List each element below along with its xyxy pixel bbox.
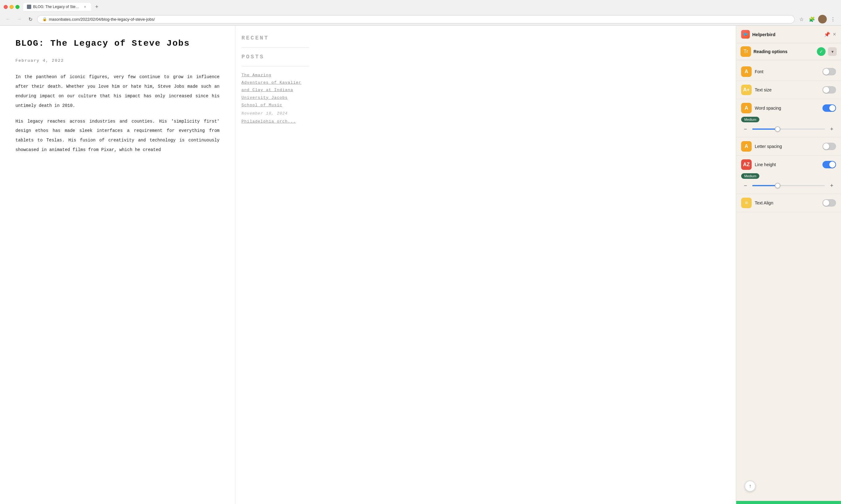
slider-decrease-line-height[interactable]: − (741, 181, 750, 190)
close-window-button[interactable] (4, 5, 8, 9)
slider-thumb-line-height[interactable] (775, 183, 780, 188)
option-row-line-height: AZ Line height (741, 159, 836, 170)
option-item-font: A Font (736, 63, 841, 81)
nav-actions: ☆ 🧩 ⋮ (797, 15, 837, 23)
slider-decrease-word-spacing[interactable]: − (741, 125, 750, 133)
option-icon-word-spacing: A (741, 103, 752, 113)
active-tab[interactable]: BLOG: The Legacy of Steve J... × (23, 3, 91, 11)
slider-fill-line-height (752, 185, 778, 186)
reading-options-label: Reading options (754, 49, 814, 54)
toggle-knob-word-spacing (829, 105, 836, 111)
option-row-letter-spacing: A Letter spacing (741, 141, 836, 151)
option-item-word-spacing: A Word spacing Medium − + (736, 99, 841, 138)
reading-options-row: Tr Reading options ✓ ▾ (736, 43, 841, 60)
blog-title: BLOG: The Legacy of Steve Jobs (15, 38, 220, 49)
toggle-text-align[interactable] (822, 199, 836, 206)
lock-icon: 🔒 (42, 17, 47, 21)
reading-options-chevron[interactable]: ▾ (828, 47, 837, 56)
address-bar[interactable]: 🔒 masonbates.com/2022/02/04/blog-the-leg… (37, 15, 795, 23)
medium-badge-line-height: Medium (741, 173, 759, 179)
toggle-font[interactable] (822, 68, 836, 75)
sidebar-more-link[interactable]: Philadelphia orch... (241, 119, 309, 124)
option-icon-font: A (741, 67, 752, 77)
option-icon-text-size: A+ (741, 85, 752, 95)
traffic-lights (4, 5, 19, 9)
option-label-word-spacing: Word spacing (755, 106, 819, 111)
option-label-text-size: Text size (755, 87, 819, 92)
url-text: masonbates.com/2022/02/04/blog-the-legac… (49, 17, 789, 22)
sidebar-link-4[interactable]: School of Music (241, 103, 309, 108)
recent-label: RECENT (241, 35, 309, 41)
sidebar-link-1[interactable]: Adventures of Kavalier (241, 80, 309, 86)
reading-options-icon: Tr (740, 46, 751, 57)
option-row-font: A Font (741, 67, 836, 77)
slider-row-word-spacing: − + (741, 125, 836, 133)
minimize-window-button[interactable] (10, 5, 14, 9)
option-icon-text-align: ≡ (741, 198, 752, 208)
blog-paragraph-2: His legacy reaches across industries and… (15, 117, 220, 155)
slider-section-line-height: Medium − + (741, 173, 836, 190)
helperbird-panel: 🐦 Helperbird 📌 × Tr Reading options ✓ ▾ … (736, 25, 841, 504)
pin-button[interactable]: 📌 (824, 32, 830, 37)
toggle-knob-text-align (823, 200, 829, 206)
toggle-knob-text-size (823, 87, 829, 93)
option-item-text-align: ≡ Text Align (736, 194, 841, 212)
slider-track-line-height[interactable] (752, 185, 825, 186)
slider-increase-line-height[interactable]: + (827, 181, 836, 190)
option-row-word-spacing: A Word spacing (741, 103, 836, 113)
toggle-text-size[interactable] (822, 86, 836, 94)
slider-track-word-spacing[interactable] (752, 128, 825, 130)
back-button[interactable]: ← (4, 15, 12, 23)
profile-button[interactable] (818, 15, 827, 23)
scroll-to-top-button[interactable]: ↑ (744, 481, 756, 492)
bookmark-button[interactable]: ☆ (797, 15, 806, 23)
medium-badge-word-spacing: Medium (741, 117, 759, 122)
arrow-up-icon: ↑ (749, 483, 751, 489)
option-icon-line-height: AZ (741, 159, 752, 170)
posts-label: POSTS (241, 54, 309, 60)
slider-thumb-word-spacing[interactable] (775, 126, 780, 132)
reading-options-check[interactable]: ✓ (817, 47, 826, 56)
slider-section-word-spacing: Medium − + (741, 116, 836, 133)
panel-header: 🐦 Helperbird 📌 × (736, 25, 841, 43)
panel-close-button[interactable]: × (833, 31, 836, 38)
option-row-text-align: ≡ Text Align (741, 198, 836, 208)
forward-button[interactable]: → (15, 15, 23, 23)
panel-title: Helperbird (752, 32, 822, 37)
content-area: BLOG: The Legacy of Steve Jobs February … (0, 25, 841, 504)
sidebar-link-2[interactable]: and Clay at Indiana (241, 87, 309, 93)
option-label-letter-spacing: Letter spacing (755, 144, 819, 149)
web-sidebar: RECENT POSTS The Amazing Adventures of K… (235, 25, 315, 504)
blog-date: February 4, 2022 (15, 58, 220, 63)
web-page: BLOG: The Legacy of Steve Jobs February … (0, 25, 736, 504)
avatar[interactable] (818, 15, 827, 23)
option-label-line-height: Line height (755, 162, 819, 167)
toggle-knob-line-height (829, 162, 836, 168)
blog-paragraph-1: In the pantheon of iconic figures, very … (15, 72, 220, 110)
option-label-text-align: Text Align (755, 200, 819, 205)
reload-button[interactable]: ↻ (26, 15, 35, 23)
options-list: A Font A+ Text size A Word spacing (736, 60, 841, 501)
new-tab-button[interactable]: + (92, 2, 101, 11)
option-row-text-size: A+ Text size (741, 85, 836, 95)
sidebar-link-3[interactable]: University Jacobs (241, 95, 309, 101)
sidebar-divider-2 (241, 66, 309, 67)
toggle-knob-font (823, 69, 829, 75)
slider-increase-word-spacing[interactable]: + (827, 125, 836, 133)
tab-close-button[interactable]: × (83, 4, 87, 9)
toggle-word-spacing[interactable] (822, 104, 836, 112)
maximize-window-button[interactable] (15, 5, 19, 9)
toggle-letter-spacing[interactable] (822, 143, 836, 150)
option-item-letter-spacing: A Letter spacing (736, 138, 841, 156)
tab-title: BLOG: The Legacy of Steve J... (33, 5, 81, 9)
slider-fill-word-spacing (752, 128, 778, 130)
option-item-line-height: AZ Line height Medium − + (736, 156, 841, 194)
toggle-line-height[interactable] (822, 161, 836, 168)
bottom-bar (736, 501, 841, 504)
extensions-button[interactable]: 🧩 (808, 15, 816, 23)
option-item-text-size: A+ Text size (736, 81, 841, 99)
sidebar-link-0[interactable]: The Amazing (241, 73, 309, 78)
nav-bar: ← → ↻ 🔒 masonbates.com/2022/02/04/blog-t… (0, 13, 841, 25)
menu-button[interactable]: ⋮ (829, 15, 837, 23)
sidebar-date: November 18, 2024 (241, 111, 309, 116)
